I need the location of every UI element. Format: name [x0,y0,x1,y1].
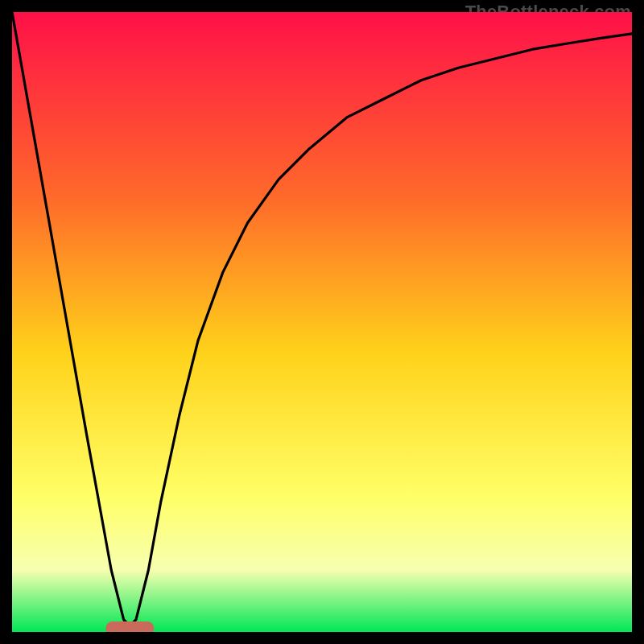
plot-area [12,12,632,632]
chart-frame: TheBottleneck.com [0,0,644,644]
bottleneck-chart [12,12,632,632]
